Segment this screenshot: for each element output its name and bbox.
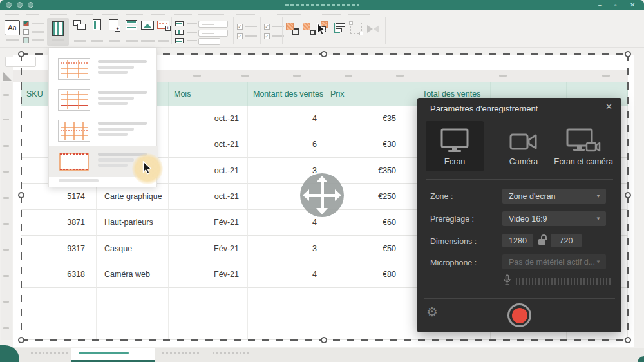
aspect-lock-icon[interactable]: [538, 234, 547, 246]
insert-textbox-button[interactable]: [90, 18, 106, 39]
column-header[interactable]: Mois: [169, 82, 248, 106]
color-scheme-icon[interactable]: [23, 21, 29, 26]
tab-label-redacted[interactable]: [31, 352, 68, 354]
rotate-button-disabled[interactable]: [367, 24, 380, 34]
table-cell[interactable]: [97, 288, 169, 314]
gear-icon[interactable]: ⚙: [426, 304, 438, 319]
background-style-icon[interactable]: [23, 29, 29, 35]
mode-tile-screen[interactable]: Ecran: [426, 121, 484, 171]
mode-tile-screen-camera[interactable]: Ecran et caméra: [550, 121, 617, 171]
mode-tile-camera[interactable]: Caméra: [495, 121, 553, 171]
slide-style-icon[interactable]: [23, 37, 29, 43]
table-cell[interactable]: Haut-parleurs: [97, 210, 169, 236]
insert-shape-button[interactable]: [72, 18, 89, 39]
option-checkbox[interactable]: ✓: [237, 33, 243, 39]
table-cell[interactable]: 6: [248, 131, 325, 157]
table-cell[interactable]: 4: [248, 262, 325, 288]
minimize-button[interactable]: –: [598, 0, 602, 10]
table-cell[interactable]: oct.-21: [169, 106, 248, 131]
table-cell[interactable]: 3: [248, 236, 325, 262]
selection-handle[interactable]: [18, 192, 24, 198]
table-cell[interactable]: 4: [248, 106, 325, 131]
option-checkbox[interactable]: ✓: [264, 33, 270, 39]
dialog-close-button[interactable]: ✕: [605, 102, 612, 111]
table-cell[interactable]: [248, 314, 325, 340]
column-header[interactable]: Montant des ventes: [248, 82, 325, 106]
table-cell[interactable]: Fév-21: [169, 210, 248, 236]
selection-handle[interactable]: [625, 192, 631, 198]
send-backward-button[interactable]: [303, 23, 316, 35]
move-object-handle[interactable]: [300, 173, 344, 217]
table-cell[interactable]: €350: [325, 158, 417, 184]
window-dot-red-icon[interactable]: [6, 2, 12, 8]
row-label-redacted: [3, 327, 9, 329]
table-cell[interactable]: €50: [325, 236, 417, 262]
column-label-redacted: [602, 75, 610, 77]
size-width-input[interactable]: [198, 21, 228, 28]
table-cell[interactable]: [169, 314, 248, 340]
table-cell[interactable]: [325, 288, 417, 314]
tab-label-redacted[interactable]: [213, 352, 250, 354]
size-height-input[interactable]: [198, 30, 228, 37]
microphone-select[interactable]: Pas de métériel actif d... ▼: [502, 254, 606, 269]
record-button[interactable]: [507, 303, 531, 327]
selection-handle[interactable]: [18, 337, 24, 343]
zone-select[interactable]: Zone d'ecran ▼: [502, 189, 606, 204]
table-cell[interactable]: Fév-21: [169, 236, 248, 262]
rotation-input[interactable]: [198, 38, 220, 45]
selection-handle[interactable]: [321, 337, 327, 343]
table-cell[interactable]: 3871: [21, 210, 97, 236]
table-cell[interactable]: Caméra web: [97, 262, 169, 288]
window-dot-yellow-icon[interactable]: [17, 2, 23, 8]
table-cell[interactable]: €60: [325, 210, 417, 236]
dimension-width-input[interactable]: 1280: [502, 234, 533, 247]
dimension-height-input[interactable]: 720: [551, 234, 582, 247]
selection-handle[interactable]: [18, 51, 24, 57]
insert-image-button[interactable]: [140, 18, 157, 39]
table-cell[interactable]: Fév-21: [169, 262, 248, 288]
accent: [176, 23, 182, 24]
caption-redacted: [52, 39, 64, 41]
table-cell[interactable]: 9317: [21, 236, 97, 262]
table-cell[interactable]: [169, 288, 248, 314]
select-all-corner-icon[interactable]: [3, 72, 12, 81]
table-cell[interactable]: Carte graphique: [97, 184, 169, 209]
selection-handle[interactable]: [625, 337, 631, 343]
table-cell[interactable]: oct.-21: [169, 131, 248, 157]
insert-placeholder-button[interactable]: +: [107, 18, 124, 39]
dialog-minimize-button[interactable]: –: [591, 99, 596, 108]
window-dot-green-icon[interactable]: [28, 2, 33, 8]
table-cell[interactable]: [21, 314, 97, 340]
table-cell[interactable]: Casque: [97, 236, 169, 262]
selection-handle[interactable]: [321, 51, 327, 57]
table-cell[interactable]: €80: [325, 262, 417, 288]
preset-select[interactable]: Video 16:9 ▼: [502, 211, 606, 226]
tab-label-redacted[interactable]: [162, 352, 201, 354]
table-layout-option-2[interactable]: [49, 84, 158, 115]
close-button[interactable]: ✕: [630, 0, 635, 10]
table-layout-option-3[interactable]: [49, 115, 158, 146]
align-objects-button[interactable]: [334, 23, 346, 34]
layout-button[interactable]: [124, 18, 141, 39]
group-button-disabled[interactable]: [350, 23, 362, 34]
selection-handle[interactable]: [625, 51, 631, 57]
table-cell[interactable]: €30: [325, 131, 417, 157]
table-cell[interactable]: €35: [325, 106, 417, 131]
theme-fonts-button[interactable]: Aa: [5, 20, 20, 35]
active-tab[interactable]: [71, 348, 155, 362]
table-layout-option-1[interactable]: [49, 53, 158, 84]
bring-forward-button[interactable]: [286, 23, 299, 35]
maximize-button[interactable]: ▫: [614, 0, 617, 10]
table-cell[interactable]: [325, 314, 417, 340]
table-cell[interactable]: [21, 288, 97, 314]
column-header[interactable]: Prix: [325, 82, 417, 106]
table-cell[interactable]: 6318: [21, 262, 97, 288]
insert-table-button[interactable]: [47, 18, 69, 46]
table-cell[interactable]: oct.-21: [169, 158, 248, 184]
option-checkbox[interactable]: ✓: [237, 24, 243, 30]
table-cell[interactable]: 5174: [21, 184, 97, 209]
table-cell[interactable]: oct.-21: [169, 184, 248, 209]
table-cell[interactable]: [97, 314, 169, 340]
option-checkbox[interactable]: ✓: [264, 24, 270, 30]
table-cell[interactable]: [248, 288, 325, 314]
